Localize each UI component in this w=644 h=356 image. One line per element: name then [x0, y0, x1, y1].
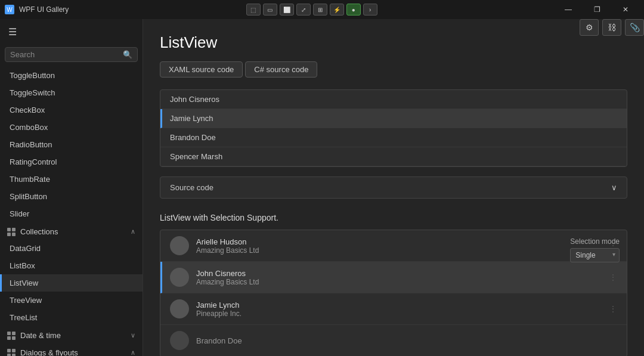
item-name: Arielle Hudson — [196, 237, 602, 246]
sidebar-item-label: RatingControl — [10, 157, 57, 166]
avatar — [170, 268, 189, 287]
sidebar-item-label: CheckBox — [10, 106, 45, 114]
list-item[interactable]: Brandon Doe — [160, 128, 627, 147]
sidebar-item-label: RadioButton — [10, 140, 52, 149]
settings-icon-btn[interactable]: ⚙ — [580, 19, 599, 36]
collections-icon — [7, 228, 16, 236]
list-item[interactable]: Jamie Lynch Pineapple Inc. ⋮ — [160, 293, 627, 325]
selection-mode-value: Single — [575, 251, 595, 259]
item-info: John Cisneros Amazing Basics Ltd — [196, 269, 602, 286]
selection-demo: Selection mode Single Arielle Hudson Ama… — [160, 230, 627, 356]
dialogs-label: Dialogs & flyouts — [20, 348, 78, 356]
toolbar-btn-5[interactable]: ⊞ — [313, 4, 327, 16]
toolbar-btn-6[interactable]: ⚡ — [330, 4, 344, 16]
collections-label: Collections — [20, 227, 58, 236]
sidebar-item-datagrid[interactable]: DataGrid — [0, 240, 143, 257]
tab-xaml[interactable]: XAML source code — [160, 61, 243, 78]
app-title: WPF UI Gallery — [19, 5, 69, 14]
sidebar-item-treeview[interactable]: TreeView — [0, 292, 143, 309]
avatar — [170, 236, 189, 255]
title-bar-left: W WPF UI Gallery — [5, 5, 69, 14]
item-info: Jamie Lynch Pineapple Inc. — [196, 301, 602, 318]
anchor-icon-btn[interactable]: 📎 — [625, 19, 644, 36]
drag-handle-icon: ⋮ — [609, 273, 617, 282]
item-info: Arielle Hudson Amazing Basics Ltd — [196, 237, 602, 255]
sidebar-list: ToggleButton ToggleSwitch CheckBox Combo… — [0, 67, 143, 356]
sidebar-item-listview[interactable]: ListView — [0, 274, 143, 292]
sidebar-item-label: ComboBox — [10, 123, 48, 132]
sidebar-item-label: ListView — [10, 278, 38, 287]
sidebar-item-combobox[interactable]: ComboBox — [0, 119, 143, 136]
sidebar-item-slider[interactable]: Slider — [0, 205, 143, 222]
toolbar-btn-green[interactable]: ● — [346, 4, 361, 16]
sidebar-item-label: Slider — [10, 209, 29, 218]
toolbar-btn-2[interactable]: ▭ — [263, 4, 277, 16]
sidebar-item-togglebutton[interactable]: ToggleButton — [0, 67, 143, 84]
item-company: Pineapple Inc. — [196, 309, 602, 318]
page-title: ListView — [160, 33, 627, 52]
sidebar-section-dialogs[interactable]: Dialogs & flyouts ∧ — [0, 343, 143, 356]
item-company: Amazing Basics Ltd — [196, 246, 602, 255]
main-layout: ☰ 🔍 ToggleButton ToggleSwitch CheckBox C… — [0, 19, 644, 356]
item-company: Amazing Basics Ltd — [196, 278, 602, 286]
sidebar-item-label: ToggleSwitch — [10, 88, 55, 97]
search-box[interactable]: 🔍 — [5, 47, 138, 62]
toolbar-btn-7[interactable]: › — [363, 4, 377, 16]
item-name: Brandon Doe — [196, 336, 617, 345]
sidebar-section-collections[interactable]: Collections ∧ — [0, 222, 143, 240]
datetime-chevron: ∨ — [131, 332, 135, 339]
list-item[interactable]: John Cisneros — [160, 90, 627, 109]
sidebar-item-label: ToggleButton — [10, 71, 55, 80]
collections-chevron: ∧ — [131, 228, 135, 236]
list-item[interactable]: Brandon Doe — [160, 325, 627, 356]
close-button[interactable]: ✕ — [612, 0, 639, 19]
selection-mode-dropdown[interactable]: Single — [570, 248, 620, 262]
list-item[interactable]: Jamie Lynch — [160, 109, 627, 128]
sidebar: ☰ 🔍 ToggleButton ToggleSwitch CheckBox C… — [0, 19, 143, 356]
tab-csharp[interactable]: C# source code — [245, 61, 317, 78]
hamburger-menu[interactable]: ☰ — [0, 19, 143, 45]
content-toolbar: ⚙ ⛓ 📎 — [580, 19, 644, 41]
sidebar-item-radiobutton[interactable]: RadioButton — [0, 136, 143, 153]
toolbar-btn-3[interactable]: ⬜ — [280, 4, 294, 16]
sidebar-item-label: SplitButton — [10, 192, 47, 201]
sidebar-item-toggleswitch[interactable]: ToggleSwitch — [0, 84, 143, 101]
sidebar-item-label: TreeList — [10, 313, 37, 322]
listview-basic: John Cisneros Jamie Lynch Brandon Doe Sp… — [160, 89, 627, 167]
sidebar-item-listbox[interactable]: ListBox — [0, 257, 143, 274]
minimize-button[interactable]: — — [555, 0, 582, 19]
list-item[interactable]: Spencer Marsh — [160, 147, 627, 166]
sidebar-section-datetime[interactable]: Date & time ∨ — [0, 326, 143, 343]
search-input[interactable] — [10, 50, 123, 59]
sidebar-item-checkbox[interactable]: CheckBox — [0, 101, 143, 119]
selection-controls: Selection mode Single — [570, 237, 620, 262]
sidebar-item-splitbutton[interactable]: SplitButton — [0, 188, 143, 205]
source-code-chevron: ∨ — [611, 183, 617, 192]
toolbar-btn-1[interactable]: ⬚ — [246, 4, 261, 16]
tab-bar: XAML source code C# source code — [160, 61, 627, 78]
item-name: John Cisneros — [196, 269, 602, 278]
avatar — [170, 299, 189, 318]
datetime-label: Date & time — [20, 331, 61, 340]
sidebar-item-label: DataGrid — [10, 244, 41, 253]
list-item[interactable]: John Cisneros Amazing Basics Ltd ⋮ — [160, 262, 627, 293]
dialogs-chevron: ∧ — [131, 349, 135, 356]
source-code-label: Source code — [170, 183, 213, 192]
maximize-button[interactable]: ❐ — [583, 0, 611, 19]
source-code-bar-1[interactable]: Source code ∨ — [160, 177, 627, 199]
selection-mode-label: Selection mode — [570, 237, 620, 246]
app-icon: W — [5, 5, 14, 14]
toolbar-area: ⬚ ▭ ⬜ ⤢ ⊞ ⚡ ● › — [246, 4, 377, 16]
link-icon-btn[interactable]: ⛓ — [602, 19, 621, 36]
sidebar-item-treelist[interactable]: TreeList — [0, 309, 143, 326]
selection-section-title: ListView with Selection Support. — [160, 213, 627, 222]
drag-handle-icon: ⋮ — [609, 304, 617, 314]
sidebar-item-ratingcontrol[interactable]: RatingControl — [0, 153, 143, 171]
list-item[interactable]: Arielle Hudson Amazing Basics Ltd ⋮ — [160, 230, 627, 262]
item-name: Jamie Lynch — [196, 301, 602, 309]
item-info: Brandon Doe — [196, 336, 617, 345]
search-icon: 🔍 — [123, 50, 132, 59]
toolbar-btn-4[interactable]: ⤢ — [296, 4, 311, 16]
window-controls: — ❐ ✕ — [555, 0, 639, 19]
sidebar-item-thumbrate[interactable]: ThumbRate — [0, 171, 143, 188]
